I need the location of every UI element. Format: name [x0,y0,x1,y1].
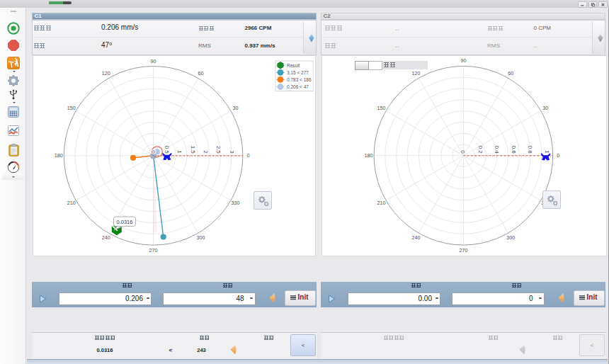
svg-text:90: 90 [151,58,156,64]
svg-text:0: 0 [460,150,466,154]
svg-text:120: 120 [102,70,110,76]
svg-text:0: 0 [246,152,249,159]
svg-text:30: 30 [233,105,239,111]
svg-text:3: 3 [229,150,235,154]
svg-text:0.206 < 47: 0.206 < 47 [287,84,309,89]
svg-text:0.2: 0.2 [477,146,484,154]
svg-text:0.6: 0.6 [511,146,517,154]
svg-text:60: 60 [508,70,513,76]
svg-text:300: 300 [197,234,205,241]
svg-text:210: 210 [377,200,386,206]
svg-text:270: 270 [149,247,158,254]
svg-text:330: 330 [232,200,240,206]
svg-text:0.5: 0.5 [164,146,170,154]
svg-text:240: 240 [102,234,110,241]
svg-text:150: 150 [377,105,386,111]
svg-text:0.8: 0.8 [527,146,533,154]
svg-text:1: 1 [176,150,183,154]
svg-text:120: 120 [412,70,421,76]
svg-text:240: 240 [412,234,421,241]
svg-text:210: 210 [67,200,76,206]
svg-text:1: 1 [544,150,550,154]
svg-text:1.5: 1.5 [190,146,196,154]
svg-text:150: 150 [67,105,76,111]
svg-text:270: 270 [459,247,467,254]
svg-text:300: 300 [506,234,515,241]
svg-text:Result: Result [287,63,300,68]
svg-text:0.0316: 0.0316 [117,219,133,225]
svg-text:30: 30 [542,105,548,111]
svg-text:2.5: 2.5 [215,146,222,154]
svg-text:180: 180 [365,152,373,159]
svg-text:0.4: 0.4 [494,146,500,154]
svg-text:180: 180 [55,152,63,159]
svg-text:2: 2 [203,150,209,154]
svg-text:60: 60 [198,70,204,76]
svg-text:3.15 < 277: 3.15 < 277 [287,70,309,75]
svg-text:0.783 < 186: 0.783 < 186 [287,77,312,82]
svg-text:90: 90 [460,57,466,64]
svg-text:0: 0 [557,152,559,159]
svg-text:0: 0 [150,150,156,154]
